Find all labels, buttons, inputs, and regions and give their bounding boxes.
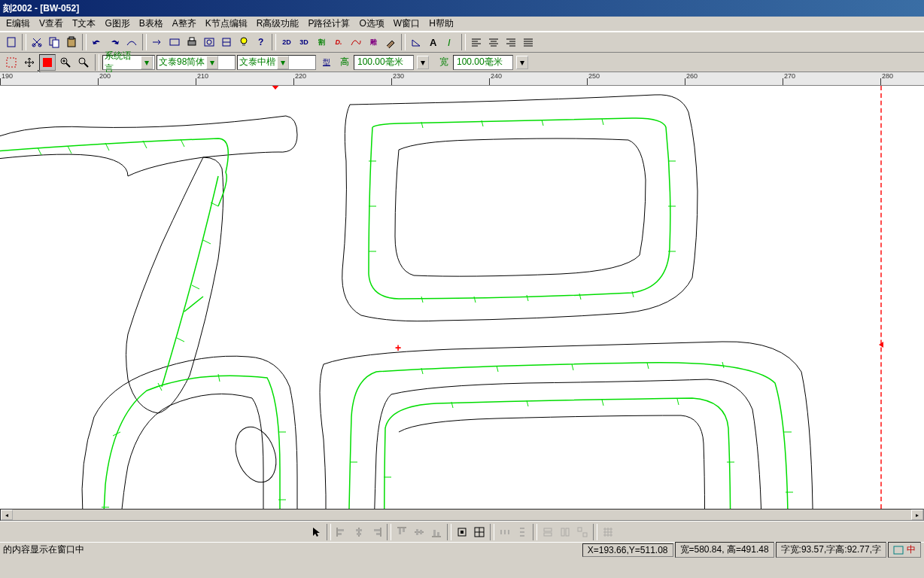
preview-icon[interactable] [201, 34, 217, 50]
bottom-toolbar [0, 521, 924, 542]
menu-table[interactable]: B表格 [135, 16, 168, 32]
svg-line-51 [192, 285, 199, 289]
canvas[interactable]: + [0, 86, 924, 509]
align-vcenter-icon[interactable] [411, 524, 427, 540]
type-button[interactable]: 型 [318, 54, 336, 71]
align-right-icon[interactable] [503, 34, 519, 50]
menu-help[interactable]: H帮助 [424, 16, 458, 32]
menu-node[interactable]: K节点编辑 [201, 16, 252, 32]
menu-window[interactable]: W窗口 [389, 16, 424, 32]
center-page-icon[interactable] [471, 524, 488, 540]
svg-rect-35 [7, 58, 16, 67]
align-left-obj-icon[interactable] [333, 524, 350, 540]
2d-button[interactable]: 2D [278, 34, 295, 50]
width-input[interactable]: 100.00毫米 [453, 55, 513, 70]
redo-icon[interactable] [106, 34, 123, 50]
align-hcenter-icon[interactable] [351, 524, 367, 540]
chevron-down-icon: ▾ [277, 56, 289, 69]
menu-graphic[interactable]: G图形 [100, 16, 134, 32]
menu-option[interactable]: O选项 [354, 16, 388, 32]
angle-icon[interactable] [408, 34, 424, 50]
new-icon[interactable] [3, 34, 20, 50]
align-left-icon[interactable] [468, 34, 485, 50]
3d-button[interactable]: 3D [296, 34, 312, 50]
tool-icon[interactable] [382, 34, 399, 50]
menu-path[interactable]: P路径计算 [303, 16, 354, 32]
svg-rect-109 [433, 530, 436, 536]
undo-icon[interactable] [89, 34, 105, 50]
svg-text:?: ? [258, 37, 263, 47]
menu-advanced[interactable]: R高级功能 [252, 16, 304, 32]
align-bottom-icon[interactable] [428, 524, 445, 540]
drawing-content [0, 86, 924, 509]
align-top-icon[interactable] [394, 524, 410, 540]
fill-red-icon[interactable] [39, 54, 56, 71]
statusbar: 的内容显示在窗口中 X=193.66,Y=511.08 宽=580.84, 高=… [0, 542, 924, 557]
svg-rect-121 [520, 535, 524, 537]
path-icon[interactable] [348, 34, 364, 50]
same-size-icon[interactable] [574, 524, 591, 540]
copy-icon[interactable] [46, 34, 62, 50]
svg-rect-116 [500, 530, 502, 534]
italic-icon[interactable]: I [442, 34, 459, 50]
width-label: 宽 [436, 56, 451, 68]
svg-line-50 [203, 240, 211, 244]
center-both-icon[interactable] [454, 524, 470, 540]
layer-icon[interactable] [218, 34, 235, 50]
font1-dropdown[interactable]: 文泰98简体 ▾ [157, 55, 236, 70]
zoom-fit-icon[interactable] [75, 54, 92, 71]
svg-line-58 [527, 295, 528, 301]
carve-button[interactable]: 雕 [365, 34, 381, 50]
svg-rect-0 [8, 38, 15, 47]
align-center-icon[interactable] [485, 34, 502, 50]
svg-line-73 [647, 363, 649, 369]
svg-rect-95 [338, 533, 342, 535]
guide-line [880, 86, 882, 509]
chevron-down-icon[interactable]: ▾ [417, 56, 429, 69]
scroll-left-icon[interactable]: ◂ [1, 510, 13, 520]
align-right-obj-icon[interactable] [368, 524, 384, 540]
paste-icon[interactable] [63, 34, 80, 50]
move-icon[interactable] [21, 54, 38, 71]
height-input[interactable]: 100.00毫米 [354, 55, 414, 70]
guide-marker [879, 342, 885, 348]
dist-h-icon[interactable] [497, 524, 513, 540]
chevron-down-icon[interactable]: ▾ [516, 56, 528, 69]
menubar: E编辑 V查看 T文本 G图形 B表格 A整齐 K节点编辑 R高级功能 P路径计… [0, 17, 924, 32]
zoom-in-icon[interactable] [57, 54, 74, 71]
scroll-right-icon[interactable]: ▸ [911, 510, 923, 520]
help-icon[interactable]: ? [253, 34, 269, 50]
print-icon[interactable] [184, 34, 200, 50]
dist-v-icon[interactable] [514, 524, 530, 540]
arrow-icon[interactable] [149, 34, 166, 50]
same-height-icon[interactable] [557, 524, 573, 540]
menu-edit[interactable]: E编辑 [2, 16, 35, 32]
align-justify-icon[interactable] [520, 34, 536, 50]
svg-line-81 [677, 399, 679, 405]
text-a-icon[interactable]: A [425, 34, 442, 50]
curve-icon[interactable] [123, 34, 140, 50]
svg-rect-106 [416, 529, 418, 535]
status-size: 宽=580.84, 高=491.48 [675, 542, 774, 558]
svg-rect-103 [399, 528, 401, 534]
d-button[interactable]: D. [330, 34, 347, 50]
grid-icon[interactable] [600, 524, 616, 540]
rect-icon[interactable] [166, 34, 183, 50]
pointer-icon[interactable] [308, 524, 324, 540]
language-dropdown[interactable]: 系统语言 ▾ [102, 55, 155, 70]
cut-icon[interactable] [29, 34, 45, 50]
horizontal-scrollbar[interactable]: ◂ ▸ [0, 509, 924, 521]
height-label: 高 [337, 56, 352, 68]
status-message: 的内容显示在窗口中 [3, 543, 581, 556]
menu-view[interactable]: V查看 [35, 16, 68, 32]
menu-text[interactable]: T文本 [68, 16, 100, 32]
same-width-icon[interactable] [540, 524, 556, 540]
svg-rect-125 [566, 528, 569, 536]
menu-align[interactable]: A整齐 [168, 16, 201, 32]
font2-dropdown[interactable]: 文泰中楷 ▾ [237, 55, 316, 70]
select-icon[interactable] [3, 54, 20, 71]
bulb-icon[interactable] [236, 34, 252, 50]
cut-cn-button[interactable]: 割 [313, 34, 330, 50]
svg-rect-117 [504, 530, 506, 534]
svg-rect-15 [242, 44, 245, 46]
